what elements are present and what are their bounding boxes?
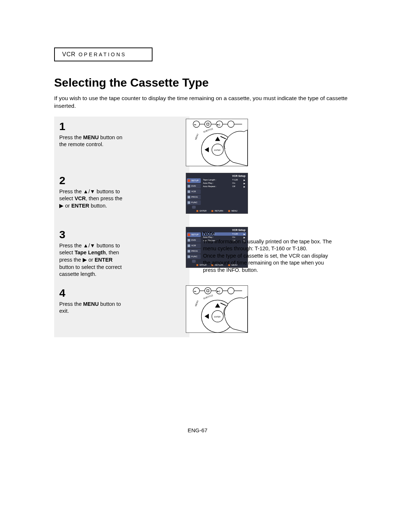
intro-paragraph: If you wish to use the tape counter to d…: [54, 95, 352, 110]
note-paragraph: This information is usually printed on t…: [203, 238, 335, 252]
clock-icon: [188, 196, 190, 198]
osd-tab-func: FUNC: [187, 254, 201, 259]
svg-text:MENU: MENU: [195, 133, 199, 140]
svg-rect-25: [207, 290, 209, 292]
section-label-prefix: VCR: [62, 51, 76, 57]
osd-row: Auto Play :On▶: [202, 182, 246, 185]
osd-tab-prog: PROG: [187, 195, 201, 200]
step-text: Press the MENU button on the remote cont…: [59, 134, 123, 148]
func-icon: [188, 201, 190, 204]
section-label-box: VCR OPERATIONS: [54, 48, 153, 61]
step-text: Press the ▲/▼ buttons to select VCR, the…: [59, 188, 123, 210]
remote-illustration: ◂◂ ▶∥ SUBTITLE MENU ENTER: [186, 285, 248, 333]
osd-content: Tape Length :T-120▶ Auto Play :On▶ Auto …: [202, 178, 246, 188]
gear-icon: [188, 233, 190, 236]
osd-title: VCR Setup: [232, 175, 245, 177]
osd-extra-icon: [192, 206, 196, 209]
svg-text:▶∥: ▶∥: [217, 123, 220, 126]
remote-illustration: ◂◂ ▶∥ SUBTITLE MENU ENTER: [186, 119, 248, 166]
osd-row: Auto Repeat :Off▶: [202, 185, 246, 188]
svg-text:SUBTITLE: SUBTITLE: [203, 128, 214, 133]
func-icon: [188, 255, 190, 258]
disc-icon: [188, 239, 190, 242]
steps-panel: 1 Press the MENU button on the remote co…: [54, 117, 189, 337]
step-text: Press the ▲/▼ buttons to select Tape Len…: [59, 242, 123, 278]
tape-icon: [188, 190, 190, 193]
square-icon: [228, 210, 230, 212]
page-title: Selecting the Cassette Type: [54, 76, 352, 90]
svg-text:▶∥: ▶∥: [217, 290, 220, 293]
note-title: Note: [203, 230, 335, 238]
osd-sidebar: SETUP DVD VCR PROG FUNC: [187, 232, 201, 263]
note-block: Note This information is usually printed…: [203, 230, 335, 274]
svg-text:◂◂: ◂◂: [194, 123, 196, 126]
osd-tab-vcr: VCR: [187, 243, 201, 248]
step-text: Press the MENU button to exit.: [59, 301, 123, 315]
step-3: 3 Press the ▲/▼ buttons to select Tape L…: [54, 225, 189, 283]
square-icon: [196, 210, 198, 212]
step-4: 4 Press the MENU button to exit. ◂◂ ▶∥: [54, 283, 189, 337]
osd-tab-dvd: DVD: [187, 184, 201, 189]
osd-tab-vcr: VCR: [187, 189, 201, 194]
osd-tab-setup: SETUP: [187, 178, 201, 183]
clock-icon: [188, 250, 190, 252]
svg-text:◂◂: ◂◂: [194, 290, 196, 292]
osd-sidebar: SETUP DVD VCR PROG FUNC: [187, 178, 201, 209]
square-icon: [211, 210, 213, 212]
square-icon: [196, 264, 198, 266]
osd-tab-func: FUNC: [187, 200, 201, 205]
svg-point-19: [228, 288, 234, 294]
osd-footer: ENTER RETURN MENU: [186, 210, 248, 212]
svg-text:ENTER: ENTER: [214, 316, 221, 318]
osd-extra-icon: [192, 260, 196, 263]
disc-icon: [188, 185, 190, 187]
chevron-right-icon: ▶: [242, 179, 245, 181]
osd-tab-dvd: DVD: [187, 238, 201, 243]
step-number: 1: [59, 120, 184, 133]
svg-point-1: [205, 121, 211, 128]
step-number: 3: [59, 228, 184, 241]
step-1: 1 Press the MENU button on the remote co…: [54, 117, 189, 171]
step-number: 4: [59, 287, 184, 299]
step-2: 2 Press the ▲/▼ buttons to select VCR, t…: [54, 171, 189, 225]
svg-text:MENU: MENU: [195, 300, 199, 307]
osd-tab-setup: SETUP: [187, 232, 201, 237]
svg-text:ENTER: ENTER: [214, 149, 221, 151]
section-label: VCR OPERATIONS: [62, 52, 126, 57]
osd-screenshot-step2: VCR Setup SETUP DVD VCR PROG FUNC Tape L…: [186, 173, 248, 214]
svg-rect-9: [207, 123, 209, 125]
section-label-suffix: OPERATIONS: [79, 52, 127, 57]
note-paragraph: Once the type of cassette is set, the VC…: [203, 252, 335, 274]
tape-icon: [188, 244, 190, 247]
gear-icon: [188, 179, 190, 182]
svg-point-17: [205, 288, 211, 294]
manual-page: VCR OPERATIONS Selecting the Cassette Ty…: [0, 0, 395, 337]
osd-row: Tape Length :T-120▶: [202, 178, 246, 182]
step-number: 2: [59, 174, 184, 187]
svg-text:SUBTITLE: SUBTITLE: [203, 294, 214, 300]
svg-point-3: [228, 121, 234, 128]
page-number: ENG-67: [0, 427, 395, 433]
osd-tab-prog: PROG: [187, 249, 201, 254]
chevron-right-icon: ▶: [242, 182, 245, 185]
chevron-right-icon: ▶: [242, 185, 245, 188]
